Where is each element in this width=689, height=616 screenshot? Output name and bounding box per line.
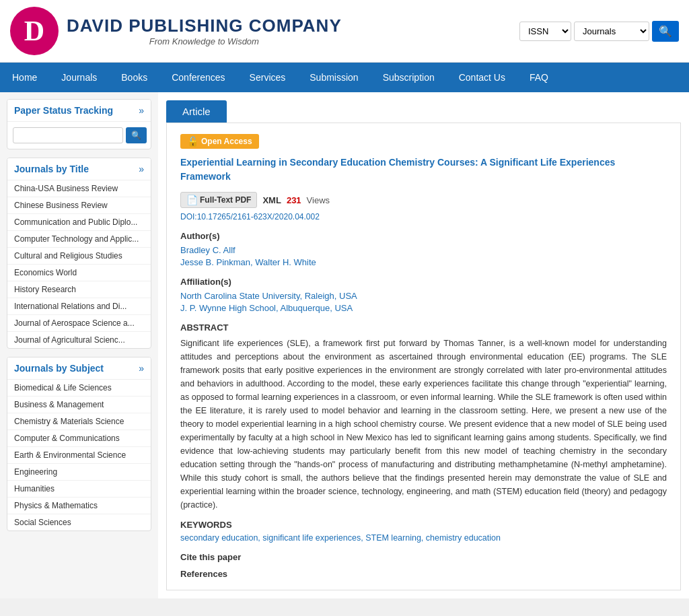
list-item[interactable]: China-USA Business Review (7, 180, 151, 197)
pdf-label: Full-Text PDF (200, 195, 251, 205)
nav-contact[interactable]: Contact Us (447, 63, 517, 92)
list-item[interactable]: Cultural and Religious Studies (7, 248, 151, 265)
views-count: 231 (287, 195, 301, 205)
open-access-label: Open Access (201, 137, 252, 146)
references-label[interactable]: References (180, 569, 667, 579)
list-item[interactable]: Computer Technology and Applic... (7, 231, 151, 248)
list-item[interactable]: Computer & Communications (7, 430, 151, 447)
paper-status-header[interactable]: Paper Status Tracking » (7, 100, 151, 122)
list-item[interactable]: Earth & Environmental Science (7, 447, 151, 464)
nav-services[interactable]: Services (238, 63, 298, 92)
paper-status-input[interactable] (13, 127, 123, 143)
company-tagline: From Knowledge to Wisdom (67, 36, 342, 46)
list-item[interactable]: Biomedical & Life Sciences (7, 380, 151, 397)
pdf-button[interactable]: 📄 Full-Text PDF (180, 192, 257, 208)
search-button[interactable]: 🔍 (652, 21, 679, 42)
issn-select[interactable]: ISSN Author Title (519, 22, 571, 41)
nav-books[interactable]: Books (109, 63, 159, 92)
logo-area: D DAVID PUBLISHING COMPANY From Knowledg… (10, 7, 342, 55)
references-section: References (180, 569, 667, 579)
open-access-icon: 🔓 (187, 136, 198, 147)
abstract-label: ABSTRACT (180, 322, 667, 333)
keywords-section: KEYWORDS secondary education, significan… (180, 520, 667, 543)
list-item[interactable]: History Research (7, 281, 151, 298)
article-body: 🔓 Open Access Experiential Learning in S… (166, 123, 681, 590)
nav-subscription[interactable]: Subscription (371, 63, 447, 92)
type-select[interactable]: Journals Books Conferences (574, 22, 649, 41)
nav-home[interactable]: Home (0, 63, 49, 92)
nav-conferences[interactable]: Conferences (159, 63, 237, 92)
list-item[interactable]: Social Sciences (7, 514, 151, 531)
affiliation-2[interactable]: J. P. Wynne High School, Albuquerque, US… (180, 303, 667, 313)
journals-by-subject-chevron: » (139, 363, 144, 374)
list-item[interactable]: Business & Management (7, 397, 151, 413)
logo-letter: D (24, 17, 44, 45)
author-2[interactable]: Jesse B. Pinkman, Walter H. White (180, 257, 667, 267)
abstract-text: Significant life experiences (SLE), a fr… (180, 337, 667, 512)
views-label: Views (307, 195, 330, 205)
affiliations-label: Affiliation(s) (180, 277, 667, 287)
list-item[interactable]: Communication and Public Diplo... (7, 214, 151, 231)
paper-status-search-btn[interactable]: 🔍 (126, 127, 147, 143)
logo-circle: D (10, 7, 59, 55)
doi-link[interactable]: DOI:10.17265/2161-623X/2020.04.002 (180, 212, 667, 221)
open-access-badge: 🔓 Open Access (180, 134, 259, 149)
affiliation-1[interactable]: North Carolina State University, Raleigh… (180, 291, 667, 301)
main-nav: Home Journals Books Conferences Services… (0, 63, 689, 92)
paper-status-title: Paper Status Tracking (14, 105, 113, 116)
logo-text-area: DAVID PUBLISHING COMPANY From Knowledge … (67, 15, 342, 46)
pdf-icon: 📄 (186, 195, 198, 205)
journals-by-subject-section: Journals by Subject » Biomedical & Life … (7, 357, 151, 531)
list-item[interactable]: Journal of Agricultural Scienc... (7, 332, 151, 348)
list-item[interactable]: International Relations and Di... (7, 298, 151, 315)
content-area: Article 🔓 Open Access Experiential Learn… (158, 92, 689, 598)
author-1[interactable]: Bradley C. Allf (180, 245, 667, 255)
authors-label: Author(s) (180, 231, 667, 241)
paper-status-chevron: » (139, 105, 144, 116)
article-links: 📄 Full-Text PDF XML 231 Views (180, 192, 667, 208)
nav-submission[interactable]: Submission (297, 63, 370, 92)
journals-by-title-chevron: » (139, 164, 144, 174)
journals-by-title-title: Journals by Title (14, 164, 89, 174)
list-item[interactable]: Physics & Mathematics (7, 498, 151, 514)
page-header: D DAVID PUBLISHING COMPANY From Knowledg… (0, 0, 689, 63)
journals-by-title-list: China-USA Business Review Chinese Busine… (7, 180, 151, 348)
list-item[interactable]: Chinese Business Review (7, 197, 151, 214)
list-item[interactable]: Engineering (7, 464, 151, 481)
keywords-label: KEYWORDS (180, 520, 667, 530)
xml-link[interactable]: XML (262, 195, 281, 205)
keywords-links[interactable]: secondary education, significant life ex… (180, 533, 501, 543)
list-item[interactable]: Humanities (7, 481, 151, 498)
paper-status-section: Paper Status Tracking » 🔍 (7, 99, 151, 149)
journals-by-title-section: Journals by Title » China-USA Business R… (7, 158, 151, 349)
journals-by-subject-list: Biomedical & Life Sciences Business & Ma… (7, 380, 151, 531)
article-tab: Article (166, 100, 227, 123)
main-layout: Paper Status Tracking » 🔍 Journals by Ti… (0, 92, 689, 598)
list-item[interactable]: Chemistry & Materials Science (7, 413, 151, 430)
journals-by-subject-header[interactable]: Journals by Subject » (7, 357, 151, 380)
cite-label[interactable]: Cite this paper (180, 552, 667, 562)
journals-by-title-header[interactable]: Journals by Title » (7, 158, 151, 180)
article-title: Experiential Learning in Secondary Educa… (180, 156, 667, 184)
header-search: ISSN Author Title Journals Books Confere… (519, 21, 679, 42)
list-item[interactable]: Economics World (7, 265, 151, 281)
journals-by-subject-title: Journals by Subject (14, 363, 104, 374)
nav-journals[interactable]: Journals (49, 63, 109, 92)
paper-status-search: 🔍 (7, 122, 151, 149)
nav-faq[interactable]: FAQ (517, 63, 560, 92)
company-name: DAVID PUBLISHING COMPANY (67, 15, 342, 36)
cite-section: Cite this paper (180, 552, 667, 562)
sidebar: Paper Status Tracking » 🔍 Journals by Ti… (0, 92, 158, 598)
list-item[interactable]: Journal of Aerospace Science a... (7, 315, 151, 332)
